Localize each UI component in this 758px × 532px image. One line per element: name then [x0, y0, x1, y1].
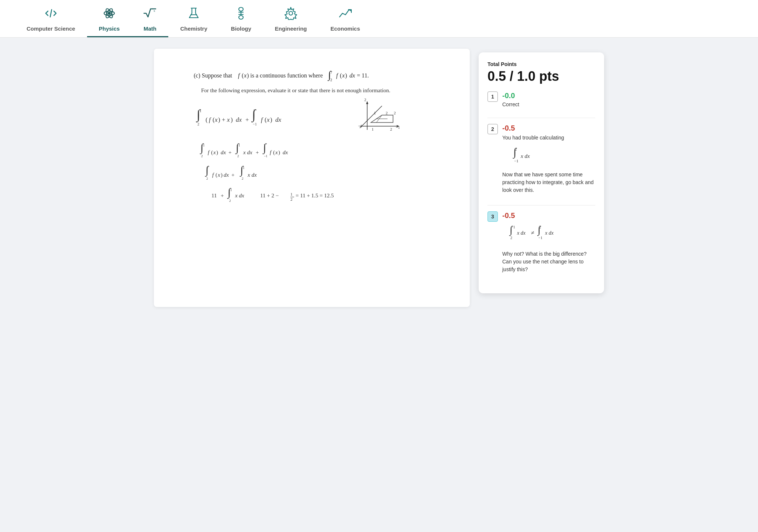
svg-text:f: f — [270, 149, 272, 155]
svg-text:f: f — [208, 149, 210, 155]
svg-text:= 11.: = 11. — [357, 72, 369, 79]
svg-text:2: 2 — [242, 177, 244, 180]
sqrt-icon: x — [143, 7, 156, 22]
svg-text:(: ( — [211, 149, 213, 156]
score-correct-1: Correct — [502, 101, 595, 107]
svg-text:(: ( — [273, 149, 275, 156]
svg-text:+: + — [256, 149, 259, 155]
code-icon — [44, 7, 58, 22]
svg-text:∫: ∫ — [205, 164, 209, 177]
svg-text:2: 2 — [510, 236, 512, 240]
nav-item-engineering[interactable]: Engineering — [263, 0, 319, 37]
nav-item-chemistry[interactable]: Chemistry — [168, 0, 219, 37]
paper-area: (c) Suppose that f ( x ) is a continuous… — [154, 49, 470, 307]
svg-rect-9 — [239, 7, 243, 11]
svg-text:) +: ) + — [218, 116, 225, 123]
dna-icon — [234, 7, 248, 22]
svg-text:x: x — [217, 172, 220, 178]
svg-text:(: ( — [242, 72, 244, 79]
svg-point-1 — [108, 12, 110, 14]
svg-text:): ) — [221, 172, 223, 178]
score-feedback-2: You had trouble calculating — [502, 134, 595, 142]
score-item-1: 1 -0.0 Correct — [487, 91, 595, 110]
svg-text:2: 2 — [390, 127, 392, 131]
nav-item-biology[interactable]: Biology — [219, 0, 263, 37]
svg-text:(: ( — [206, 116, 208, 123]
svg-text:2: 2 — [197, 122, 199, 126]
svg-point-14 — [289, 11, 293, 15]
score-extra-feedback-3: Why not? What is the big difference? Can… — [502, 250, 595, 273]
svg-text:2: 2 — [201, 154, 203, 158]
svg-text:−1: −1 — [264, 154, 268, 158]
svg-marker-53 — [366, 101, 368, 104]
svg-text:2: 2 — [229, 199, 231, 203]
svg-text:∫: ∫ — [200, 141, 204, 155]
svg-text:x: x — [213, 149, 216, 155]
svg-text:x: x — [154, 9, 155, 13]
svg-text:2: 2 — [364, 97, 366, 102]
svg-text:dx: dx — [224, 172, 229, 178]
nav-item-computer-science[interactable]: Computer Science — [15, 0, 87, 37]
svg-text:x dx: x dx — [243, 149, 252, 155]
svg-text:): ) — [345, 72, 347, 79]
svg-text:−1: −1 — [538, 236, 542, 240]
nav-item-math[interactable]: x Math — [131, 0, 168, 37]
score-extra-feedback-2: Now that we have spent some time practic… — [502, 171, 595, 194]
svg-text:x: x — [214, 116, 218, 123]
flask-icon — [187, 7, 200, 22]
svg-text:(c)  Suppose that: (c) Suppose that — [194, 72, 232, 79]
svg-text:) is a continuous function whe: ) is a continuous function where — [247, 72, 323, 79]
score-details-2: -0.5 You had trouble calculating 2 ∫ −1 … — [502, 124, 595, 198]
nav-item-physics[interactable]: Physics — [87, 0, 132, 37]
score-item-3: 3 -0.5 −1 ∫ 2 x dx ≠ 2 ∫ −1 x dx — [487, 211, 595, 277]
svg-text:(: ( — [216, 172, 217, 178]
svg-text:∫: ∫ — [251, 107, 256, 122]
score-value-1: -0.0 — [502, 91, 595, 100]
nav-label-computer-science: Computer Science — [27, 25, 75, 32]
atom-icon — [103, 7, 116, 22]
svg-text:dx: dx — [236, 116, 242, 123]
svg-text:x dx: x dx — [517, 230, 526, 236]
svg-text:∫: ∫ — [262, 141, 267, 155]
score-item-2: 2 -0.5 You had trouble calculating 2 ∫ −… — [487, 124, 595, 198]
problem-part: (c) Suppose that f ( x ) is a continuous… — [176, 67, 448, 222]
svg-text:+: + — [228, 149, 231, 155]
svg-text:x dx: x dx — [545, 230, 554, 236]
gear-icon — [284, 7, 297, 22]
svg-text:x dx: x dx — [247, 172, 257, 178]
svg-text:2: 2 — [290, 197, 293, 201]
score-value-2: -0.5 — [502, 124, 595, 132]
svg-text:x dx: x dx — [520, 153, 530, 159]
divider-1 — [487, 118, 595, 118]
main-content: (c) Suppose that f ( x ) is a continuous… — [139, 38, 619, 318]
svg-text:∫: ∫ — [240, 164, 244, 177]
svg-text:x: x — [227, 116, 230, 123]
svg-text:x dx: x dx — [235, 193, 244, 198]
svg-text:∫: ∫ — [513, 146, 517, 159]
svg-text:f: f — [238, 72, 241, 79]
nav-item-economics[interactable]: Economics — [318, 0, 372, 37]
svg-text:dx: dx — [283, 149, 288, 155]
svg-text:−1: −1 — [514, 159, 518, 163]
nav-label-biology: Biology — [231, 25, 251, 32]
score-math-2: 2 ∫ −1 x dx — [510, 145, 595, 167]
svg-text:dx: dx — [221, 149, 226, 155]
total-points-label: Total Points — [487, 61, 595, 67]
svg-text:For the following expression, : For the following expression, evaluate i… — [201, 87, 390, 93]
svg-text:∫: ∫ — [235, 141, 240, 155]
score-details-3: -0.5 −1 ∫ 2 x dx ≠ 2 ∫ −1 x dx Why — [502, 211, 595, 277]
nav-items: Computer Science Physics x — [15, 0, 743, 37]
svg-text:dx: dx — [275, 116, 282, 123]
score-value-3: -0.5 — [502, 211, 595, 220]
svg-text:2: 2 — [330, 78, 332, 82]
svg-text:∫: ∫ — [227, 186, 231, 199]
svg-line-0 — [50, 10, 52, 17]
svg-text:+: + — [231, 172, 234, 178]
svg-text:f: f — [212, 172, 214, 178]
total-points-value: 0.5 / 1.0 pts — [487, 69, 595, 84]
svg-text:−1: −1 — [253, 122, 257, 126]
score-number-3: 3 — [487, 211, 498, 222]
score-math-3: −1 ∫ 2 x dx ≠ 2 ∫ −1 x dx — [506, 223, 595, 246]
chart-icon — [339, 7, 352, 22]
navigation: Computer Science Physics x — [0, 0, 758, 38]
